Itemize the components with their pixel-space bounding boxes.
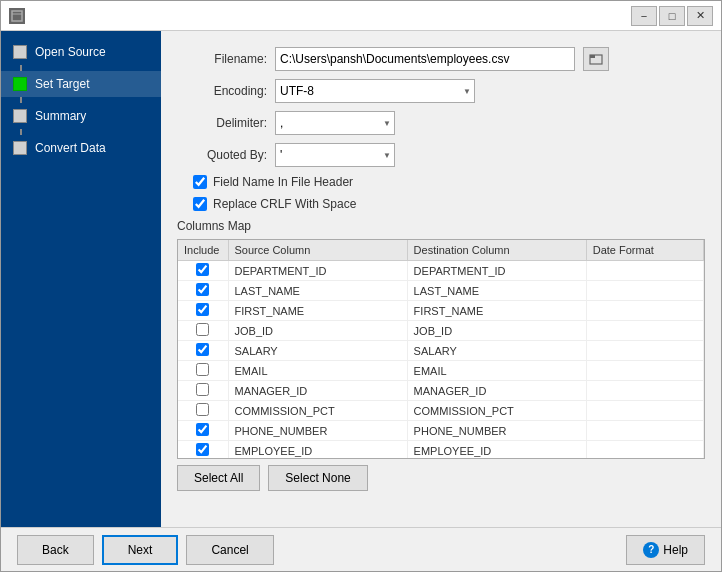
destination-column-cell: PHONE_NUMBER (407, 421, 586, 441)
table-row: DEPARTMENT_ID DEPARTMENT_ID (178, 261, 704, 281)
table-row: PHONE_NUMBER PHONE_NUMBER (178, 421, 704, 441)
date-format-cell (586, 421, 703, 441)
date-format-cell (586, 401, 703, 421)
table-row: COMMISSION_PCT COMMISSION_PCT (178, 401, 704, 421)
convert-data-label: Convert Data (35, 141, 106, 155)
maximize-button[interactable]: □ (659, 6, 685, 26)
replace-crlf-row: Replace CRLF With Space (193, 197, 705, 211)
row-checkbox[interactable] (196, 303, 209, 316)
include-cell[interactable] (178, 381, 228, 401)
sidebar-item-summary[interactable]: Summary (1, 103, 161, 129)
date-format-cell (586, 341, 703, 361)
quotedby-select[interactable]: ' " None (275, 143, 395, 167)
row-checkbox[interactable] (196, 343, 209, 356)
svg-rect-3 (590, 55, 595, 58)
open-source-indicator (13, 45, 27, 59)
col-header-include: Include (178, 240, 228, 261)
include-cell[interactable] (178, 261, 228, 281)
row-checkbox[interactable] (196, 423, 209, 436)
destination-column-cell: LAST_NAME (407, 281, 586, 301)
minimize-button[interactable]: − (631, 6, 657, 26)
row-checkbox[interactable] (196, 363, 209, 376)
destination-column-cell: FIRST_NAME (407, 301, 586, 321)
include-cell[interactable] (178, 341, 228, 361)
browse-button[interactable] (583, 47, 609, 71)
table-row: EMAIL EMAIL (178, 361, 704, 381)
source-column-cell: COMMISSION_PCT (228, 401, 407, 421)
row-checkbox[interactable] (196, 383, 209, 396)
summary-indicator (13, 109, 27, 123)
filename-label: Filename: (177, 52, 267, 66)
row-checkbox[interactable] (196, 443, 209, 456)
include-cell[interactable] (178, 301, 228, 321)
encoding-row: Encoding: UTF-8 UTF-16 ASCII ISO-8859-1 … (177, 79, 705, 103)
source-column-cell: MANAGER_ID (228, 381, 407, 401)
sidebar: Open Source Set Target Summary Convert (1, 31, 161, 527)
sidebar-item-set-target[interactable]: Set Target (1, 71, 161, 97)
help-button[interactable]: ? Help (626, 535, 705, 565)
table-row: LAST_NAME LAST_NAME (178, 281, 704, 301)
cancel-button[interactable]: Cancel (186, 535, 273, 565)
close-button[interactable]: ✕ (687, 6, 713, 26)
encoding-label: Encoding: (177, 84, 267, 98)
row-checkbox[interactable] (196, 283, 209, 296)
summary-label: Summary (35, 109, 86, 123)
set-target-label: Set Target (35, 77, 89, 91)
encoding-select[interactable]: UTF-8 UTF-16 ASCII ISO-8859-1 (275, 79, 475, 103)
app-icon (9, 8, 25, 24)
row-checkbox[interactable] (196, 323, 209, 336)
back-button[interactable]: Back (17, 535, 94, 565)
help-icon: ? (643, 542, 659, 558)
footer-left: Back Next Cancel (17, 535, 274, 565)
source-column-cell: EMPLOYEE_ID (228, 441, 407, 460)
row-checkbox[interactable] (196, 403, 209, 416)
delimiter-select[interactable]: , ; \t | (275, 111, 395, 135)
table-row: EMPLOYEE_ID EMPLOYEE_ID (178, 441, 704, 460)
set-target-indicator (13, 77, 27, 91)
include-cell[interactable] (178, 281, 228, 301)
destination-column-cell: EMAIL (407, 361, 586, 381)
col-header-date: Date Format (586, 240, 703, 261)
include-cell[interactable] (178, 361, 228, 381)
row-checkbox[interactable] (196, 263, 209, 276)
help-label: Help (663, 543, 688, 557)
date-format-cell (586, 381, 703, 401)
select-buttons-row: Select All Select None (177, 459, 705, 491)
table-header-row: Include Source Column Destination Column… (178, 240, 704, 261)
title-bar-left (9, 8, 25, 24)
field-name-checkbox[interactable] (193, 175, 207, 189)
columns-table: Include Source Column Destination Column… (178, 240, 704, 459)
destination-column-cell: EMPLOYEE_ID (407, 441, 586, 460)
svg-rect-0 (12, 11, 22, 21)
delimiter-label: Delimiter: (177, 116, 267, 130)
destination-column-cell: MANAGER_ID (407, 381, 586, 401)
delimiter-wrapper: , ; \t | ▼ (275, 111, 395, 135)
include-cell[interactable] (178, 441, 228, 460)
source-column-cell: DEPARTMENT_ID (228, 261, 407, 281)
filename-row: Filename: (177, 47, 705, 71)
table-row: MANAGER_ID MANAGER_ID (178, 381, 704, 401)
encoding-wrapper: UTF-8 UTF-16 ASCII ISO-8859-1 ▼ (275, 79, 475, 103)
include-cell[interactable] (178, 321, 228, 341)
col-header-dest: Destination Column (407, 240, 586, 261)
filename-input[interactable] (275, 47, 575, 71)
table-row: FIRST_NAME FIRST_NAME (178, 301, 704, 321)
sidebar-item-convert-data[interactable]: Convert Data (1, 135, 161, 161)
select-all-button[interactable]: Select All (177, 465, 260, 491)
quotedby-label: Quoted By: (177, 148, 267, 162)
destination-column-cell: COMMISSION_PCT (407, 401, 586, 421)
delimiter-row: Delimiter: , ; \t | ▼ (177, 111, 705, 135)
date-format-cell (586, 441, 703, 460)
select-none-button[interactable]: Select None (268, 465, 367, 491)
main-content: Open Source Set Target Summary Convert (1, 31, 721, 527)
include-cell[interactable] (178, 421, 228, 441)
date-format-cell (586, 261, 703, 281)
columns-table-container[interactable]: Include Source Column Destination Column… (177, 239, 705, 459)
include-cell[interactable] (178, 401, 228, 421)
footer: Back Next Cancel ? Help (1, 527, 721, 571)
table-row: SALARY SALARY (178, 341, 704, 361)
replace-crlf-checkbox[interactable] (193, 197, 207, 211)
replace-crlf-label: Replace CRLF With Space (213, 197, 356, 211)
sidebar-item-open-source[interactable]: Open Source (1, 39, 161, 65)
next-button[interactable]: Next (102, 535, 179, 565)
